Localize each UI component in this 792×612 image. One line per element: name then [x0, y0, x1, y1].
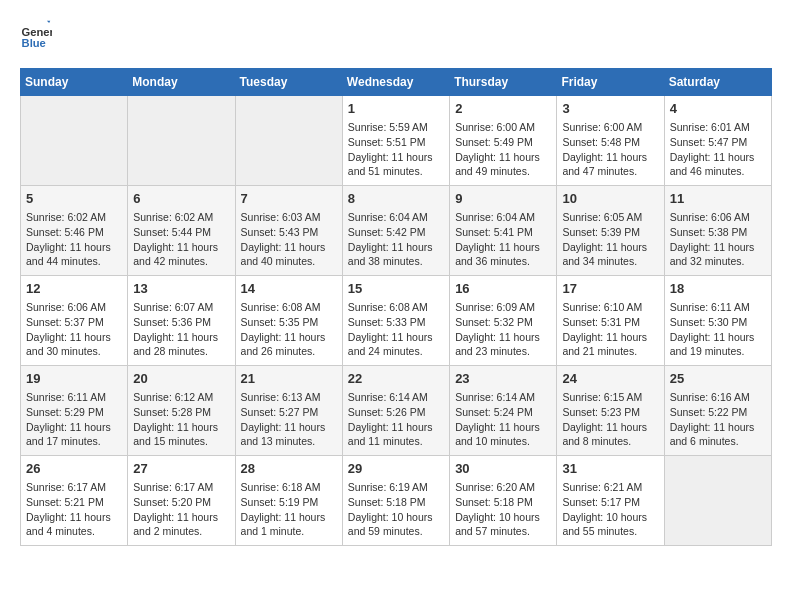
page-header: General Blue — [20, 20, 772, 52]
day-info: Sunrise: 6:06 AM — [670, 210, 766, 225]
day-info: Sunrise: 6:00 AM — [455, 120, 551, 135]
day-info: and 32 minutes. — [670, 254, 766, 269]
day-info: Sunset: 5:38 PM — [670, 225, 766, 240]
day-info: Sunrise: 6:17 AM — [26, 480, 122, 495]
day-info: and 40 minutes. — [241, 254, 337, 269]
day-info: and 2 minutes. — [133, 524, 229, 539]
day-info: Sunset: 5:30 PM — [670, 315, 766, 330]
day-info: Daylight: 11 hours — [241, 330, 337, 345]
day-info: Daylight: 10 hours — [455, 510, 551, 525]
day-info: Sunset: 5:39 PM — [562, 225, 658, 240]
day-info: Daylight: 11 hours — [133, 420, 229, 435]
day-info: Sunset: 5:23 PM — [562, 405, 658, 420]
day-info: and 42 minutes. — [133, 254, 229, 269]
day-number: 18 — [670, 280, 766, 298]
day-info: Daylight: 11 hours — [455, 420, 551, 435]
day-number: 5 — [26, 190, 122, 208]
calendar-cell: 31Sunrise: 6:21 AMSunset: 5:17 PMDayligh… — [557, 456, 664, 546]
day-info: and 57 minutes. — [455, 524, 551, 539]
day-info: Sunrise: 6:03 AM — [241, 210, 337, 225]
day-info: Sunrise: 6:19 AM — [348, 480, 444, 495]
day-info: Sunrise: 6:08 AM — [348, 300, 444, 315]
day-info: and 30 minutes. — [26, 344, 122, 359]
day-info: Sunset: 5:28 PM — [133, 405, 229, 420]
day-info: Sunrise: 6:06 AM — [26, 300, 122, 315]
day-info: Sunset: 5:36 PM — [133, 315, 229, 330]
day-info: Sunrise: 6:20 AM — [455, 480, 551, 495]
day-info: and 26 minutes. — [241, 344, 337, 359]
day-number: 7 — [241, 190, 337, 208]
day-info: Sunset: 5:33 PM — [348, 315, 444, 330]
day-info: Sunset: 5:44 PM — [133, 225, 229, 240]
calendar-cell: 13Sunrise: 6:07 AMSunset: 5:36 PMDayligh… — [128, 276, 235, 366]
day-info: Daylight: 11 hours — [455, 330, 551, 345]
calendar-cell: 5Sunrise: 6:02 AMSunset: 5:46 PMDaylight… — [21, 186, 128, 276]
day-info: Sunrise: 6:08 AM — [241, 300, 337, 315]
day-number: 22 — [348, 370, 444, 388]
calendar-cell: 6Sunrise: 6:02 AMSunset: 5:44 PMDaylight… — [128, 186, 235, 276]
day-info: Daylight: 11 hours — [348, 150, 444, 165]
calendar-cell: 21Sunrise: 6:13 AMSunset: 5:27 PMDayligh… — [235, 366, 342, 456]
svg-text:General: General — [22, 26, 52, 38]
day-info: Sunset: 5:27 PM — [241, 405, 337, 420]
day-info: and 21 minutes. — [562, 344, 658, 359]
calendar-cell — [21, 96, 128, 186]
calendar-cell: 17Sunrise: 6:10 AMSunset: 5:31 PMDayligh… — [557, 276, 664, 366]
day-info: Sunrise: 5:59 AM — [348, 120, 444, 135]
day-number: 10 — [562, 190, 658, 208]
day-info: and 10 minutes. — [455, 434, 551, 449]
calendar-cell: 26Sunrise: 6:17 AMSunset: 5:21 PMDayligh… — [21, 456, 128, 546]
logo: General Blue — [20, 20, 56, 52]
calendar-cell: 4Sunrise: 6:01 AMSunset: 5:47 PMDaylight… — [664, 96, 771, 186]
calendar-cell — [235, 96, 342, 186]
calendar-cell: 1Sunrise: 5:59 AMSunset: 5:51 PMDaylight… — [342, 96, 449, 186]
day-number: 26 — [26, 460, 122, 478]
day-number: 24 — [562, 370, 658, 388]
day-info: Daylight: 11 hours — [133, 330, 229, 345]
calendar-cell: 18Sunrise: 6:11 AMSunset: 5:30 PMDayligh… — [664, 276, 771, 366]
day-info: Sunset: 5:31 PM — [562, 315, 658, 330]
day-info: Sunrise: 6:15 AM — [562, 390, 658, 405]
day-info: and 28 minutes. — [133, 344, 229, 359]
day-info: Sunset: 5:35 PM — [241, 315, 337, 330]
calendar-table: SundayMondayTuesdayWednesdayThursdayFrid… — [20, 68, 772, 546]
day-info: Sunset: 5:41 PM — [455, 225, 551, 240]
day-number: 30 — [455, 460, 551, 478]
day-info: and 36 minutes. — [455, 254, 551, 269]
day-number: 25 — [670, 370, 766, 388]
weekday-header-friday: Friday — [557, 69, 664, 96]
day-number: 16 — [455, 280, 551, 298]
day-info: and 59 minutes. — [348, 524, 444, 539]
weekday-header-wednesday: Wednesday — [342, 69, 449, 96]
day-info: Sunset: 5:47 PM — [670, 135, 766, 150]
day-info: Daylight: 11 hours — [562, 420, 658, 435]
svg-text:Blue: Blue — [22, 37, 46, 49]
day-info: and 49 minutes. — [455, 164, 551, 179]
day-info: Sunrise: 6:04 AM — [455, 210, 551, 225]
day-info: and 24 minutes. — [348, 344, 444, 359]
day-info: Daylight: 11 hours — [670, 330, 766, 345]
calendar-cell: 25Sunrise: 6:16 AMSunset: 5:22 PMDayligh… — [664, 366, 771, 456]
weekday-header-sunday: Sunday — [21, 69, 128, 96]
day-info: Sunrise: 6:07 AM — [133, 300, 229, 315]
day-info: and 55 minutes. — [562, 524, 658, 539]
day-info: Daylight: 11 hours — [241, 510, 337, 525]
day-info: Sunrise: 6:13 AM — [241, 390, 337, 405]
day-number: 27 — [133, 460, 229, 478]
day-info: Sunrise: 6:02 AM — [26, 210, 122, 225]
day-info: and 13 minutes. — [241, 434, 337, 449]
day-info: Sunset: 5:29 PM — [26, 405, 122, 420]
day-info: and 1 minute. — [241, 524, 337, 539]
day-info: Daylight: 10 hours — [562, 510, 658, 525]
day-info: Sunrise: 6:14 AM — [348, 390, 444, 405]
day-info: Daylight: 11 hours — [562, 150, 658, 165]
logo-icon: General Blue — [20, 20, 52, 52]
calendar-cell: 11Sunrise: 6:06 AMSunset: 5:38 PMDayligh… — [664, 186, 771, 276]
day-info: and 11 minutes. — [348, 434, 444, 449]
day-info: Daylight: 11 hours — [133, 240, 229, 255]
day-info: Sunset: 5:37 PM — [26, 315, 122, 330]
weekday-header-thursday: Thursday — [450, 69, 557, 96]
day-info: Sunrise: 6:02 AM — [133, 210, 229, 225]
day-info: Sunset: 5:20 PM — [133, 495, 229, 510]
day-info: Daylight: 11 hours — [562, 240, 658, 255]
